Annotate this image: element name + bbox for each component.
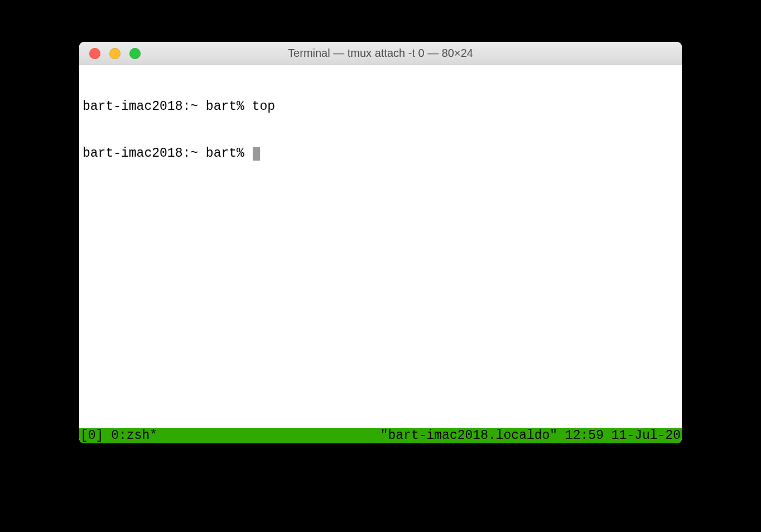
minimize-icon[interactable]: [109, 48, 121, 59]
tmux-status-bar: [0] 0:zsh* "bart-imac2018.localdo" 12:59…: [79, 428, 682, 443]
terminal-line: bart-imac2018:~ bart% top: [83, 99, 678, 114]
tmux-status-right: "bart-imac2018.localdo" 12:59 11-Jul-20: [380, 428, 681, 443]
prompt-text: bart-imac2018:~ bart%: [83, 146, 252, 161]
terminal-line: bart-imac2018:~ bart%: [83, 146, 678, 161]
command-text: top: [252, 99, 275, 114]
window-title: Terminal — tmux attach -t 0 — 80×24: [79, 47, 682, 60]
traffic-lights: [79, 48, 141, 59]
zoom-icon[interactable]: [129, 48, 141, 59]
close-icon[interactable]: [89, 48, 100, 59]
cursor-icon: [253, 147, 261, 161]
prompt-text: bart-imac2018:~ bart%: [83, 99, 252, 114]
titlebar[interactable]: Terminal — tmux attach -t 0 — 80×24: [79, 42, 682, 65]
tmux-status-left: [0] 0:zsh*: [80, 428, 157, 443]
terminal-output: bart-imac2018:~ bart% top bart-imac2018:…: [83, 67, 678, 428]
terminal-body[interactable]: bart-imac2018:~ bart% top bart-imac2018:…: [79, 65, 682, 443]
terminal-window: Terminal — tmux attach -t 0 — 80×24 bart…: [79, 42, 682, 443]
